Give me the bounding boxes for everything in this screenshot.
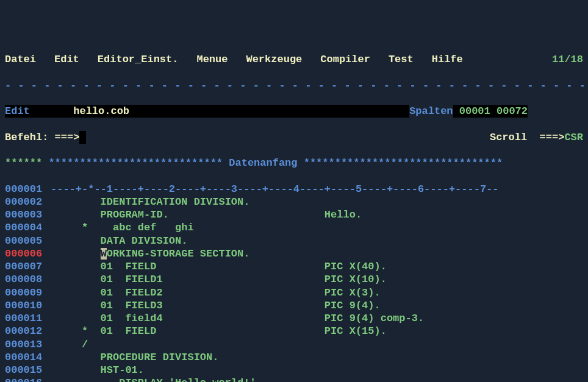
line-number: 000004 — [5, 221, 51, 234]
code-editor-area[interactable]: 000001----+-*--1----+----2----+----3----… — [5, 183, 583, 383]
line-number: 000014 — [5, 351, 51, 364]
line-number: 000011 — [5, 312, 51, 325]
line-number: 000010 — [5, 299, 51, 312]
command-label: Befehl: ===> — [5, 131, 79, 144]
col-end: 00072 — [497, 105, 528, 118]
command-input[interactable] — [79, 131, 85, 144]
scroll-value[interactable]: CSR — [564, 131, 583, 144]
scroll-label: Scroll ===> — [490, 131, 564, 144]
line-number: 000005 — [5, 235, 51, 247]
menu-bar: Datei Edit Editor_Einst. Menue Werkzeuge… — [5, 53, 583, 66]
code-line[interactable]: 000007 01 FIELD PIC X(40). — [5, 260, 583, 273]
code-line[interactable]: 000014 PROCEDURE DIVISION. — [5, 351, 583, 364]
code-line[interactable]: 000003 PROGRAM-ID. Hello. — [5, 208, 583, 221]
code-line[interactable]: 000013 / — [5, 338, 583, 351]
code-line[interactable]: 000012 * 01 FIELD PIC X(15). — [5, 325, 583, 338]
line-number: 000013 — [5, 338, 51, 351]
line-number: 000007 — [5, 260, 51, 273]
code-line[interactable]: 000010 01 FIELD3 PIC 9(4). — [5, 299, 583, 312]
line-content[interactable]: 01 FIELD PIC X(40). — [51, 260, 387, 273]
menu-werkzeuge[interactable]: Werkzeuge — [246, 53, 302, 66]
line-content[interactable]: 01 FIELD2 PIC X(3). — [51, 286, 381, 299]
text-cursor: W — [101, 248, 107, 260]
menu-editor-einst[interactable]: Editor_Einst. — [98, 53, 179, 66]
line-content[interactable]: PROGRAM-ID. Hello. — [51, 208, 362, 221]
line-content[interactable]: * 01 FIELD PIC X(15). — [51, 325, 387, 338]
line-content[interactable]: IDENTIFICATION DIVISION. — [51, 196, 249, 208]
line-content[interactable]: PROCEDURE DIVISION. — [51, 351, 218, 364]
code-line[interactable]: 000008 01 FIELD1 PIC X(10). — [5, 273, 583, 286]
line-number: 000016 — [5, 377, 51, 382]
line-content[interactable]: 01 FIELD1 PIC X(10). — [51, 273, 387, 286]
code-line[interactable]: 000016 DISPLAY 'Hello world!' — [5, 377, 583, 382]
menu-datei[interactable]: Datei — [5, 53, 36, 66]
line-number: 000008 — [5, 273, 51, 286]
line-number: 000012 — [5, 325, 51, 338]
col-start: 00001 — [459, 105, 490, 118]
cursor-position: 11/18 — [552, 53, 583, 66]
line-number: 000015 — [5, 364, 51, 377]
filename: hello.cob — [73, 105, 129, 118]
line-content[interactable]: * abc def ghi — [51, 221, 194, 234]
divider: - - - - - - - - - - - - - - - - - - - - … — [5, 79, 583, 92]
code-line[interactable]: 000011 01 field4 PIC 9(4) comp-3. — [5, 312, 583, 325]
code-line[interactable]: 000002 IDENTIFICATION DIVISION. — [5, 196, 583, 208]
line-number: 000002 — [5, 196, 51, 208]
menu-menue[interactable]: Menue — [196, 53, 228, 66]
line-content[interactable]: 01 field4 PIC 9(4) comp-3. — [51, 312, 424, 325]
line-number: 000009 — [5, 286, 51, 299]
line-number: 000003 — [5, 208, 51, 221]
code-line[interactable]: 000015 HST-01. — [5, 364, 583, 377]
line-content[interactable]: HST-01. — [51, 364, 144, 377]
status-row-file: Edit hello.cob Spalten 00001 00072 — [5, 105, 583, 118]
code-line[interactable]: 000004 * abc def ghi — [5, 221, 583, 234]
code-line[interactable]: 000001----+-*--1----+----2----+----3----… — [5, 183, 583, 196]
line-content[interactable]: WORKING-STORAGE SECTION. — [51, 247, 249, 260]
status-row-cmd: Befehl: ===> Scroll ===>CSR — [5, 131, 583, 144]
top-of-data-marker: ****** **************************** Date… — [5, 157, 583, 169]
code-line[interactable]: 000009 01 FIELD2 PIC X(3). — [5, 286, 583, 299]
cols-label: Spalten — [409, 105, 453, 118]
line-content[interactable]: / — [51, 338, 88, 351]
line-content[interactable]: DISPLAY 'Hello world!' — [51, 377, 256, 382]
menu-hilfe[interactable]: Hilfe — [432, 53, 463, 66]
line-number: 000001 — [5, 183, 51, 196]
line-content[interactable]: ----+-*--1----+----2----+----3----+----4… — [51, 183, 499, 196]
code-line[interactable]: 000005 DATA DIVISION. — [5, 235, 583, 247]
menu-test[interactable]: Test — [389, 53, 414, 66]
code-line[interactable]: 000006 WORKING-STORAGE SECTION. — [5, 247, 583, 260]
mode-label: Edit — [5, 105, 30, 118]
line-number: 000006 — [5, 247, 51, 260]
menu-edit[interactable]: Edit — [54, 53, 79, 66]
line-content[interactable]: 01 FIELD3 PIC 9(4). — [51, 299, 381, 312]
menu-compiler[interactable]: Compiler — [320, 53, 370, 66]
line-content[interactable]: DATA DIVISION. — [51, 235, 187, 247]
